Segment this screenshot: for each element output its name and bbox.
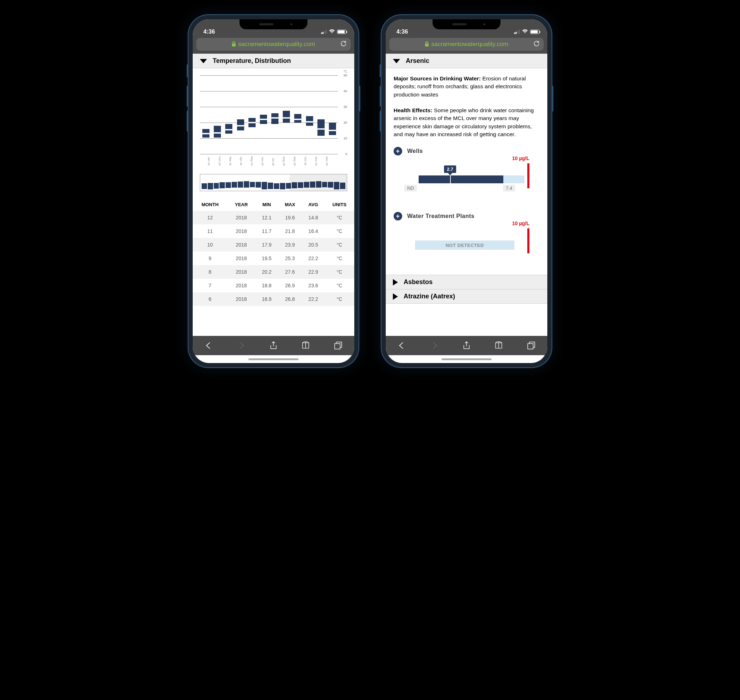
browser-toolbar [386,336,547,355]
wtp-header[interactable]: + Water Treatment Plants [394,212,540,221]
forward-icon [237,341,246,350]
status-time: 4:36 [397,29,408,35]
url-bar[interactable]: sacramentowaterquality.com [196,38,351,51]
atrazine-title: Atrazine (Aatrex) [404,293,455,300]
plus-icon: + [394,212,402,221]
table-row: 10201817.923.920.5°C [193,238,354,251]
section-header-temperature[interactable]: Temperature, Distribution [193,54,354,68]
url-text: sacramentowaterquality.com [431,41,508,48]
not-detected-label: NOT DETECTED [415,240,514,250]
major-sources-paragraph: Major Sources in Drinking Water: Erosion… [386,68,547,105]
candle-bar [237,119,244,131]
forward-icon [430,341,439,350]
browser-toolbar [193,336,354,355]
table-header: MAX [278,198,302,211]
phone-notch [240,19,307,29]
svg-rect-1 [335,344,340,349]
candle-bar [214,126,221,138]
chevron-right-icon [393,293,398,300]
data-table: MONTHYEARMINMAXAVGUNITS 12201812.119.614… [193,198,354,306]
share-icon[interactable] [462,341,471,350]
tabs-icon[interactable] [526,341,536,350]
table-row: 6201816.926.822.2°C [193,292,354,306]
table-row: 9201819.525.322.2°C [193,251,354,265]
candle-bar [283,111,290,122]
wells-header[interactable]: + Wells [394,147,540,156]
reload-icon[interactable] [340,40,347,49]
table-row: 8201820.227.622.9°C [193,265,354,279]
table-row: 12201812.119.614.8°C [193,211,354,224]
candle-bar [225,124,232,133]
median-badge: 2.7 [444,165,456,173]
table-header: MIN [255,198,278,211]
candle-bar [317,119,324,136]
bookmarks-icon[interactable] [301,341,310,350]
reload-icon[interactable] [533,40,540,49]
phone-mockup-right: 4:36 sacramentowaterquality.com [381,14,552,368]
wtp-title: Water Treatment Plants [407,213,475,219]
wifi-icon [522,29,528,35]
table-row: 7201818.826.923.6°C [193,279,354,292]
section-header-asbestos[interactable]: Asbestos [386,275,547,290]
table-header: UNITS [324,198,354,211]
max-tick: 7.4 [503,185,515,191]
home-indicator[interactable] [441,359,492,360]
tabs-icon[interactable] [333,341,343,350]
candle-bar [260,115,267,124]
share-icon[interactable] [269,341,278,350]
section-header-atrazine[interactable]: Atrazine (Aatrex) [386,290,547,304]
range-fill [419,175,503,183]
table-header: AVG [302,198,324,211]
phone-mockup-left: 4:36 sacramentowaterquality.com [188,14,359,368]
chevron-right-icon [393,279,398,285]
lock-icon [425,41,429,47]
section-header-arsenic[interactable]: Arsenic [386,54,547,68]
limit-label: 10 µg/L [512,221,529,226]
overview-selection[interactable] [290,174,347,191]
status-time: 4:36 [203,29,215,35]
section-title: Arsenic [406,57,429,65]
battery-icon [530,29,540,34]
back-icon[interactable] [397,341,407,350]
candle-bar [202,129,209,138]
limit-label: 10 µg/L [512,156,529,161]
asbestos-title: Asbestos [404,278,433,286]
wells-title: Wells [407,148,423,154]
url-text: sacramentowaterquality.com [238,41,315,48]
signal-icon [514,29,520,34]
table-header: YEAR [227,198,255,211]
table-header: MONTH [193,198,227,211]
median-mark [450,175,451,183]
home-indicator[interactable] [248,359,299,360]
chevron-down-icon [200,59,207,63]
limit-line [527,163,529,188]
health-effects-paragraph: Health Effects: Some people who drink wa… [386,105,547,145]
section-title: Temperature, Distribution [213,57,291,65]
bookmarks-icon[interactable] [494,341,503,350]
candle-bar [248,118,256,127]
svg-rect-3 [528,344,533,349]
y-unit: °C [343,70,347,73]
wells-range-chart: 10 µg/L 2.7 ND 7.4 [404,163,529,188]
table-row: 11201811.721.816.4°C [193,224,354,238]
signal-icon [321,29,327,34]
back-icon[interactable] [204,341,214,350]
plus-icon: + [394,147,402,156]
candle-bar [306,116,313,125]
wifi-icon [329,29,335,35]
nd-tick: ND [404,185,417,191]
temperature-chart[interactable]: °C 01020304050Jan 18Feb 18Mar 18Apr 18Ma… [193,68,354,172]
chevron-down-icon [393,59,400,63]
overview-chart[interactable] [200,174,347,191]
candle-bar [271,113,279,124]
phone-notch [433,19,500,29]
candle-bar [294,114,301,122]
candle-bar [329,122,336,135]
battery-icon [337,29,346,34]
lock-icon [231,41,236,47]
limit-line [527,228,529,253]
url-bar[interactable]: sacramentowaterquality.com [389,38,544,51]
wtp-range-chart: 10 µg/L NOT DETECTED [404,228,529,253]
